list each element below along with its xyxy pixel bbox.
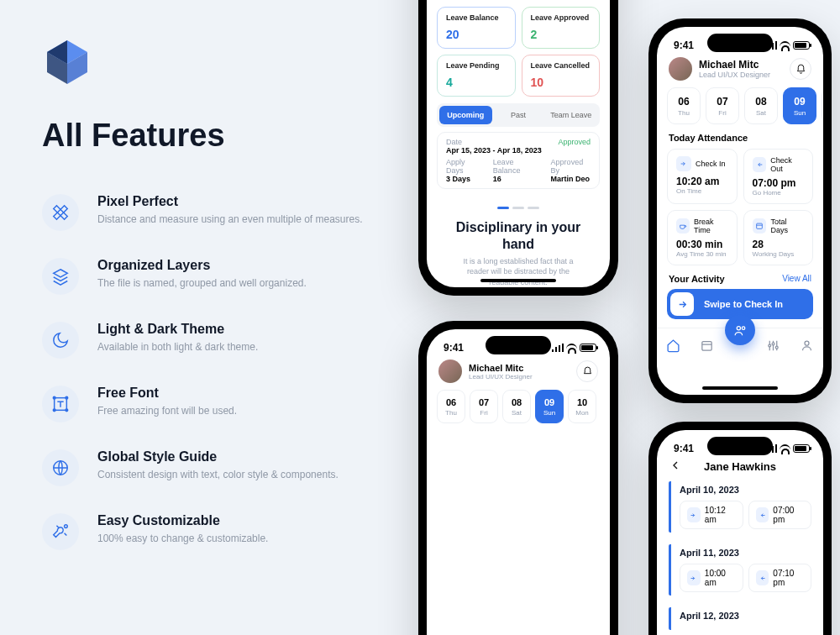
day-chip[interactable]: 10Mon [568, 390, 596, 423]
leave-cancelled-card[interactable]: Leave Cancelled 10 [522, 55, 601, 97]
feature-desc: The file is named, grouped and well orga… [97, 276, 307, 291]
nav-profile[interactable] [800, 338, 814, 356]
activity-label: Your Activity [669, 274, 725, 284]
feature-title: Free Font [97, 386, 237, 401]
nav-settings[interactable] [766, 338, 780, 356]
card-label: Leave Pending [446, 62, 507, 71]
status-badge: Approved [558, 138, 591, 146]
feature-desc: Free amazing font will be used. [97, 404, 237, 418]
leave-balance-card[interactable]: Leave Balance 20 [437, 7, 516, 49]
svg-rect-11 [757, 223, 763, 228]
logout-icon [756, 507, 769, 522]
card-label: Leave Cancelled [531, 62, 591, 71]
chevron-left-icon [669, 459, 682, 472]
login-icon [687, 570, 701, 585]
status-time: 9:41 [674, 443, 694, 454]
svg-point-17 [775, 346, 778, 349]
brand-logo [42, 37, 92, 87]
checkout-pill: 07:10 pm [748, 564, 812, 592]
home-icon [666, 338, 680, 353]
card-value: 20 [446, 28, 507, 41]
coffee-icon [676, 218, 690, 234]
bottom-tabbar [657, 328, 823, 366]
day-chip[interactable]: 08Sat [502, 390, 531, 423]
back-button[interactable] [669, 459, 682, 475]
day-chip[interactable]: 07Fri [470, 390, 498, 423]
day-chip[interactable]: 06Thu [667, 87, 701, 124]
logout-icon [753, 157, 767, 172]
bell-icon [582, 366, 593, 377]
leave-tabs: Upcoming Past Team Leave [437, 103, 600, 127]
checkin-card[interactable]: Check In 10:20 am On Time [667, 149, 738, 204]
history-entry[interactable]: April 10, 202310:12 am07:00 pm [669, 481, 811, 533]
checkout-pill: 07:00 pm [748, 501, 812, 529]
detail-date-value: Apr 15, 2023 - Apr 18, 2023 [446, 146, 542, 155]
status-time: 9:41 [674, 39, 694, 51]
history-entry[interactable]: April 11, 202310:00 am07:10 pm [669, 544, 811, 596]
notification-button[interactable] [790, 58, 811, 80]
leave-approved-card[interactable]: Leave Approved 2 [522, 7, 601, 49]
entry-date: April 11, 2023 [680, 548, 811, 558]
day-chip[interactable]: N [822, 87, 823, 124]
day-chip[interactable]: 06Thu [437, 390, 465, 423]
moon-icon [42, 322, 79, 359]
checkin-pill: 10:00 am [680, 564, 743, 592]
tools-cross-icon [42, 513, 79, 550]
feature-title: Global Style Guide [97, 449, 339, 464]
feature-item: Light & Dark ThemeAvailable in both ligh… [42, 322, 395, 359]
checkout-card[interactable]: Check Out 07:00 pm Go Home [743, 149, 814, 204]
feature-item: Organized LayersThe file is named, group… [42, 258, 395, 295]
bell-icon [795, 64, 806, 75]
status-icons [552, 344, 596, 352]
day-chip[interactable]: 08Sat [744, 87, 778, 124]
calendar-icon [700, 338, 714, 353]
day-chip[interactable]: 07Fri [706, 87, 739, 124]
avatar[interactable] [669, 57, 692, 81]
day-chip[interactable]: 09Sun [783, 87, 816, 124]
user-role: Lead UI/UX Designer [699, 71, 770, 79]
tab-team-leave[interactable]: Team Leave [544, 106, 597, 124]
view-all-link[interactable]: View All [782, 274, 811, 284]
break-card[interactable]: Break Time 00:30 min Avg Time 30 min [667, 210, 738, 265]
user-role: Lead UI/UX Designer [469, 373, 533, 380]
notification-button[interactable] [576, 360, 598, 382]
checkin-pill: 10:12 am [680, 501, 743, 529]
user-name: Michael Mitc [469, 363, 533, 373]
fab-button[interactable] [725, 315, 755, 345]
avatar[interactable] [438, 359, 462, 383]
calendar-icon [753, 218, 767, 234]
feature-desc: 100% easy to change & customizable. [97, 532, 268, 546]
tab-upcoming[interactable]: Upcoming [439, 106, 492, 124]
user-name: Michael Mitc [699, 59, 770, 71]
card-value: 2 [531, 28, 591, 41]
feature-item: Pixel PerfectDistance and measure using … [42, 194, 395, 231]
leave-pending-card[interactable]: Leave Pending 4 [437, 55, 516, 97]
history-entry[interactable]: April 12, 2023 [669, 607, 811, 630]
tab-past[interactable]: Past [492, 106, 545, 124]
feature-title: Organized Layers [97, 258, 307, 273]
login-icon [687, 507, 701, 522]
page-title: All Features [42, 118, 395, 154]
leave-detail-card[interactable]: Date Apr 15, 2023 - Apr 18, 2023 Approve… [437, 132, 600, 189]
svg-point-15 [769, 344, 771, 347]
feature-item: Easy Customizable100% easy to change & c… [42, 513, 395, 550]
detail-date-label: Date [446, 138, 542, 146]
onboarding-title: Disciplinary in your hand [427, 219, 610, 253]
day-chip[interactable]: 09Sun [535, 390, 564, 423]
nav-home[interactable] [666, 338, 680, 356]
phone-mockup-leave: Leave Balance 20 Leave Approved 2 Leave … [418, 0, 618, 296]
feature-desc: Distance and measure using an even multi… [97, 213, 363, 227]
svg-point-16 [772, 343, 774, 345]
user-icon [800, 338, 814, 353]
nav-calendar[interactable] [700, 338, 714, 356]
phone-notch [486, 336, 551, 354]
totaldays-card[interactable]: Total Days 28 Working Days [743, 210, 814, 265]
feature-item: Global Style GuideConsistent design with… [42, 449, 395, 486]
ruler-cross-icon [42, 194, 79, 231]
entry-date: April 10, 2023 [680, 485, 811, 495]
home-indicator [702, 386, 778, 390]
feature-title: Pixel Perfect [97, 194, 363, 209]
entry-date: April 12, 2023 [680, 611, 811, 621]
users-icon [733, 323, 748, 338]
globe-icon [42, 449, 79, 486]
